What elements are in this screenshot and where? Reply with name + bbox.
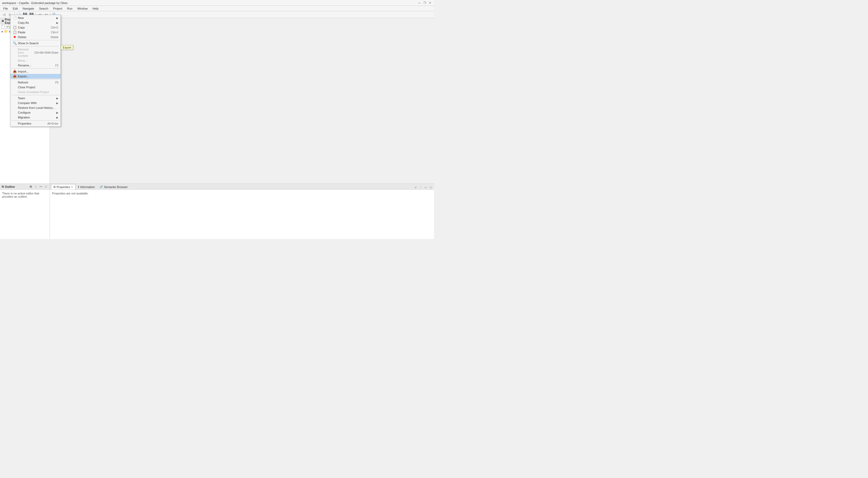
- ctx-remove-context-icon: [12, 51, 17, 55]
- window-controls: — ❐ ✕: [417, 1, 432, 4]
- ctx-remove-context-shortcut: Ctrl+Alt+Shift+Down: [34, 51, 58, 54]
- menu-window[interactable]: Window: [75, 6, 90, 11]
- ctx-import-label: Import...: [18, 70, 58, 73]
- tab-properties-label: Properties: [57, 185, 70, 189]
- content-area: ⊞ Project Explorer ⇊ 🔗 🔒 ⋮ — □ ▶ 📁 In-Fl…: [0, 18, 434, 184]
- export-tooltip: Export: [61, 45, 73, 50]
- outline-maximize-icon[interactable]: □: [44, 185, 48, 189]
- outline-panel: ⊟ Outline ⊟ ⋮ — □ There is no active edi…: [0, 184, 50, 239]
- ctx-close-project-label: Close Project: [18, 86, 58, 89]
- ctx-migration-arrow: ▶: [56, 116, 58, 119]
- menu-search[interactable]: Search: [37, 6, 51, 11]
- tab-maximize-icon[interactable]: ⤢: [413, 185, 418, 189]
- ctx-remove-context-label: Remove from Context: [18, 48, 33, 57]
- context-menu: 📄 New ▶ Copy As ▶ 📋 Copy Ctrl+C 📋 Paste …: [10, 15, 61, 127]
- ctx-copy[interactable]: 📋 Copy Ctrl+C: [10, 25, 61, 30]
- ctx-show-search-label: Show In Search: [18, 42, 58, 45]
- ctx-configure-arrow: ▶: [56, 111, 58, 114]
- title-text: workspace - Capella - Extended package b…: [2, 1, 67, 4]
- ctx-compare-icon: [12, 101, 17, 105]
- tab-information[interactable]: ℹ Information: [75, 184, 97, 189]
- ctx-export-icon: 📤: [12, 74, 17, 78]
- ctx-configure-label: Configure: [18, 111, 55, 114]
- ctx-team[interactable]: Team ▶: [10, 96, 61, 101]
- menu-run[interactable]: Run: [65, 6, 74, 11]
- ctx-close-unrelated-icon: [12, 90, 17, 94]
- outline-title: Outline: [5, 185, 15, 188]
- ctx-import-icon: 📥: [12, 69, 17, 74]
- bottom-area: ⊟ Outline ⊟ ⋮ — □ There is no active edi…: [0, 184, 434, 239]
- properties-panel: ⊞ Properties ✕ ℹ Information 🔗 Semantic …: [50, 184, 434, 239]
- main-layout: ⊞ Project Explorer ⇊ 🔗 🔒 ⋮ — □ ▶ 📁 In-Fl…: [0, 18, 434, 239]
- menu-edit[interactable]: Edit: [11, 6, 20, 11]
- ctx-close-project-icon: [12, 85, 17, 89]
- properties-tab-icon: ⊞: [53, 185, 56, 188]
- outline-message: There is no active editor that provides …: [2, 192, 39, 198]
- ctx-show-search[interactable]: 🔍 Show In Search: [10, 41, 61, 45]
- ctx-import[interactable]: 📥 Import...: [10, 69, 61, 74]
- minimize-button[interactable]: —: [417, 1, 421, 4]
- semantic-browser-tab-icon: 🔗: [99, 185, 103, 188]
- tab-properties-close[interactable]: ✕: [71, 186, 73, 188]
- ctx-rename-icon: [12, 63, 17, 67]
- ctx-copy-as[interactable]: Copy As ▶: [10, 20, 61, 25]
- tab-minimize-icon[interactable]: —: [424, 185, 428, 189]
- ctx-sep-1: [11, 40, 60, 40]
- ctx-refresh[interactable]: Refresh F5: [10, 80, 61, 85]
- ctx-move-icon: [12, 58, 17, 63]
- ctx-new-arrow: ▶: [56, 17, 58, 20]
- ctx-new-label: New: [18, 16, 55, 20]
- ctx-export[interactable]: 📤 Export...: [10, 74, 61, 79]
- tab-menu-icon[interactable]: ⋮: [418, 185, 423, 189]
- properties-message: Properties are not available.: [52, 192, 89, 195]
- ctx-properties-label: Properties: [18, 122, 46, 125]
- toolbar-back[interactable]: ◁: [1, 12, 7, 18]
- menu-bar: File Edit Navigate Search Project Run Wi…: [0, 6, 434, 11]
- export-tooltip-text: Export: [63, 46, 71, 49]
- ctx-sep-2: [11, 46, 60, 46]
- ctx-migration[interactable]: Migration ▶: [10, 115, 61, 120]
- ctx-move[interactable]: Move...: [10, 58, 61, 63]
- tab-semantic-browser[interactable]: 🔗 Semantic Browser: [97, 184, 130, 189]
- ctx-copy-as-label: Copy As: [18, 21, 55, 24]
- menu-file[interactable]: File: [1, 6, 10, 11]
- information-tab-icon: ℹ: [78, 185, 79, 188]
- ctx-move-label: Move...: [18, 59, 58, 62]
- ctx-remove-context[interactable]: Remove from Context Ctrl+Alt+Shift+Down: [10, 47, 61, 58]
- close-button[interactable]: ✕: [428, 1, 432, 4]
- ctx-copy-label: Copy: [18, 26, 50, 29]
- ctx-restore-history[interactable]: Restore from Local History...: [10, 105, 61, 110]
- ctx-delete-label: Delete: [18, 35, 50, 39]
- maximize-button[interactable]: ❐: [423, 1, 427, 4]
- outline-collapse-icon[interactable]: ⊟: [29, 185, 33, 189]
- tab-information-label: Information: [80, 185, 95, 189]
- ctx-compare-with[interactable]: Compare With ▶: [10, 101, 61, 105]
- ctx-copy-icon: 📋: [12, 25, 17, 30]
- menu-help[interactable]: Help: [91, 6, 101, 11]
- menu-project[interactable]: Project: [51, 6, 64, 11]
- ctx-sep-4: [11, 79, 60, 79]
- ctx-migration-icon: [12, 115, 17, 120]
- ctx-properties-shortcut: Alt+Enter: [48, 122, 58, 125]
- ctx-close-unrelated[interactable]: Close Unrelated Project: [10, 90, 61, 94]
- ctx-new[interactable]: 📄 New ▶: [10, 15, 61, 20]
- ctx-close-project[interactable]: Close Project: [10, 85, 61, 90]
- outline-menu-icon[interactable]: ⋮: [34, 185, 38, 189]
- tab-restore-icon[interactable]: □: [429, 185, 433, 189]
- ctx-properties[interactable]: Properties Alt+Enter: [10, 121, 61, 126]
- ctx-configure[interactable]: Configure ▶: [10, 110, 61, 115]
- outline-minimize-icon[interactable]: —: [39, 185, 43, 189]
- menu-navigate[interactable]: Navigate: [21, 6, 36, 11]
- ctx-delete[interactable]: ✖ Delete Delete: [10, 35, 61, 39]
- tab-bar-controls: ⤢ ⋮ — □: [413, 185, 433, 189]
- tab-properties[interactable]: ⊞ Properties ✕: [51, 184, 75, 189]
- main-editor-area: [50, 18, 434, 184]
- title-bar: workspace - Capella - Extended package b…: [0, 0, 434, 6]
- ctx-paste-icon: 📋: [12, 30, 17, 34]
- ctx-delete-shortcut: Delete: [51, 36, 58, 39]
- ctx-team-icon: [12, 96, 17, 100]
- ctx-paste[interactable]: 📋 Paste Ctrl+V: [10, 30, 61, 35]
- ctx-compare-arrow: ▶: [56, 102, 58, 104]
- ctx-delete-icon: ✖: [12, 35, 17, 39]
- ctx-rename[interactable]: Rename... F2: [10, 63, 61, 68]
